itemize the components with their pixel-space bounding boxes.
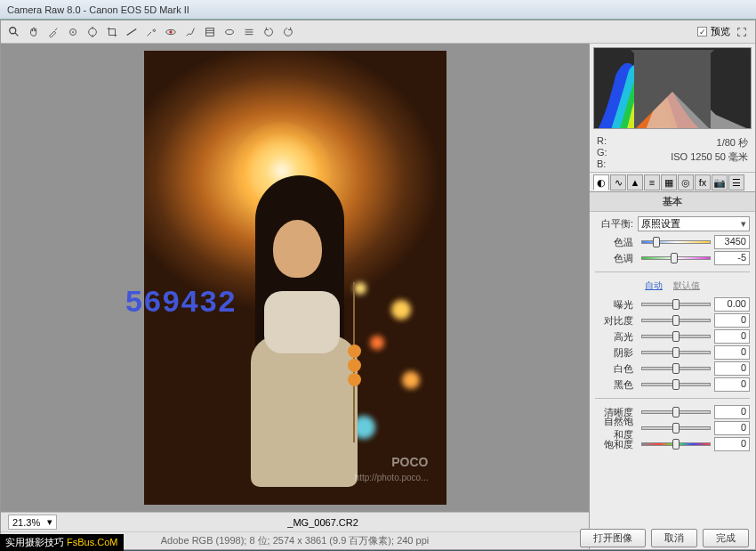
redeye-icon[interactable]: [163, 24, 179, 40]
slider-value[interactable]: -5: [714, 251, 750, 265]
preview-checkbox[interactable]: [697, 27, 707, 36]
filename: _MG_0067.CR2: [64, 517, 582, 528]
zoom-tool-icon[interactable]: [6, 24, 22, 40]
slider-label: 饱和度: [595, 438, 638, 451]
default-link[interactable]: 默认值: [673, 280, 700, 292]
svg-rect-10: [206, 28, 214, 36]
slider-value[interactable]: 0: [714, 437, 750, 451]
prefs-icon[interactable]: [241, 24, 257, 40]
open-button[interactable]: 打开图像: [580, 529, 646, 547]
crop-tool-icon[interactable]: [104, 24, 120, 40]
footer-watermark: 实用摄影技巧 FsBus.CoM: [0, 534, 124, 551]
right-panel: R:G:B: 1/80 秒ISO 1250 50 毫米 ◐ ∿ ▲ ≡ ▦ ◎ …: [590, 44, 755, 549]
slider-清晰度[interactable]: [641, 406, 711, 418]
slider-色温[interactable]: [641, 236, 711, 248]
panel-tabs: ◐ ∿ ▲ ≡ ▦ ◎ fx 📷 ☰: [590, 173, 755, 192]
window-titlebar: Camera Raw 8.0 - Canon EOS 5D Mark II: [0, 0, 756, 20]
panel-title: 基本: [590, 192, 755, 212]
slider-value[interactable]: 3450: [714, 235, 750, 249]
slider-label: 色温: [595, 236, 638, 249]
slider-自然饱和度[interactable]: [641, 422, 711, 434]
tab-basic-icon[interactable]: ◐: [593, 174, 609, 190]
wb-select[interactable]: 原照设置: [638, 216, 750, 231]
window-title: Camera Raw 8.0 - Canon EOS 5D Mark II: [7, 4, 189, 15]
slider-value[interactable]: 0: [714, 421, 750, 435]
slider-饱和度[interactable]: [641, 438, 711, 450]
slider-对比度[interactable]: [641, 314, 711, 327]
bottom-buttons: 打开图像 取消 完成: [580, 529, 749, 547]
fullscreen-icon[interactable]: [734, 24, 750, 40]
slider-label: 曝光: [595, 298, 638, 312]
tab-split-icon[interactable]: ▦: [661, 174, 677, 190]
target-adjust-icon[interactable]: [84, 24, 101, 40]
histogram[interactable]: [593, 47, 752, 129]
svg-point-0: [10, 27, 16, 33]
tab-lens-icon[interactable]: ◎: [678, 174, 694, 190]
slider-色调[interactable]: [641, 252, 711, 264]
slider-label: 高光: [595, 330, 638, 344]
watermark-url: http://photo.poco...: [355, 473, 429, 482]
graduated-filter-icon[interactable]: [202, 24, 218, 40]
radial-filter-icon[interactable]: [221, 24, 237, 40]
slider-label: 黑色: [595, 378, 638, 392]
app-window: 预览 POCO http://photo.poco... 569432 21.3…: [0, 20, 756, 550]
svg-point-3: [72, 31, 74, 33]
svg-line-7: [127, 28, 137, 35]
rotate-cw-icon[interactable]: [280, 24, 296, 40]
slider-阴影[interactable]: [641, 346, 711, 359]
svg-point-13: [226, 29, 234, 34]
tab-detail-icon[interactable]: ▲: [627, 174, 643, 190]
slider-value[interactable]: 0: [714, 361, 750, 376]
slider-value[interactable]: 0: [714, 377, 750, 392]
photo-preview: POCO http://photo.poco...: [144, 51, 446, 505]
auto-link[interactable]: 自动: [645, 280, 663, 292]
status-bar: 21.3%▾ _MG_0067.CR2: [1, 512, 589, 531]
slider-高光[interactable]: [641, 330, 711, 343]
tab-fx-icon[interactable]: fx: [695, 174, 711, 190]
canvas[interactable]: POCO http://photo.poco... 569432: [1, 44, 589, 512]
eyedropper-icon[interactable]: [45, 24, 61, 40]
done-button[interactable]: 完成: [703, 529, 749, 547]
preview-label: 预览: [711, 25, 730, 38]
slider-白色[interactable]: [641, 362, 711, 375]
controls: 白平衡: 原照设置 色温 3450色调 -5 自动 默认值 曝光 0: [590, 212, 755, 456]
straighten-icon[interactable]: [124, 24, 140, 40]
rgb-info: R:G:B: 1/80 秒ISO 1250 50 毫米: [590, 133, 755, 173]
color-sampler-icon[interactable]: [65, 24, 81, 40]
slider-value[interactable]: 0: [714, 329, 750, 344]
watermark-number: 569432: [125, 284, 237, 319]
slider-value[interactable]: 0: [714, 313, 750, 328]
rotate-ccw-icon[interactable]: [261, 24, 277, 40]
slider-label: 白色: [595, 362, 638, 376]
cancel-button[interactable]: 取消: [651, 529, 697, 547]
slider-value[interactable]: 0: [714, 345, 750, 360]
svg-point-4: [89, 28, 97, 36]
hand-tool-icon[interactable]: [26, 24, 42, 40]
wb-label: 白平衡:: [595, 217, 638, 231]
svg-line-1: [15, 32, 19, 36]
zoom-select[interactable]: 21.3%▾: [8, 515, 57, 530]
slider-value[interactable]: 0: [714, 405, 750, 419]
toolbar: 预览: [1, 20, 755, 44]
preview-pane: POCO http://photo.poco... 569432 21.3%▾ …: [1, 44, 590, 549]
spot-removal-icon[interactable]: [143, 24, 159, 40]
slider-label: 色调: [595, 252, 638, 265]
main-area: POCO http://photo.poco... 569432 21.3%▾ …: [1, 44, 755, 549]
svg-point-9: [169, 30, 173, 34]
slider-label: 阴影: [595, 346, 638, 360]
slider-value[interactable]: 0.00: [714, 297, 750, 312]
slider-曝光[interactable]: [641, 298, 711, 311]
tab-hsl-icon[interactable]: ≡: [644, 174, 660, 190]
adjustment-brush-icon[interactable]: [182, 24, 198, 40]
tab-curve-icon[interactable]: ∿: [610, 174, 626, 190]
watermark-poco: POCO: [391, 455, 428, 469]
slider-黑色[interactable]: [641, 378, 711, 391]
slider-label: 对比度: [595, 314, 638, 328]
tab-camera-icon[interactable]: 📷: [712, 174, 728, 190]
tab-preset-icon[interactable]: ☰: [728, 174, 744, 190]
